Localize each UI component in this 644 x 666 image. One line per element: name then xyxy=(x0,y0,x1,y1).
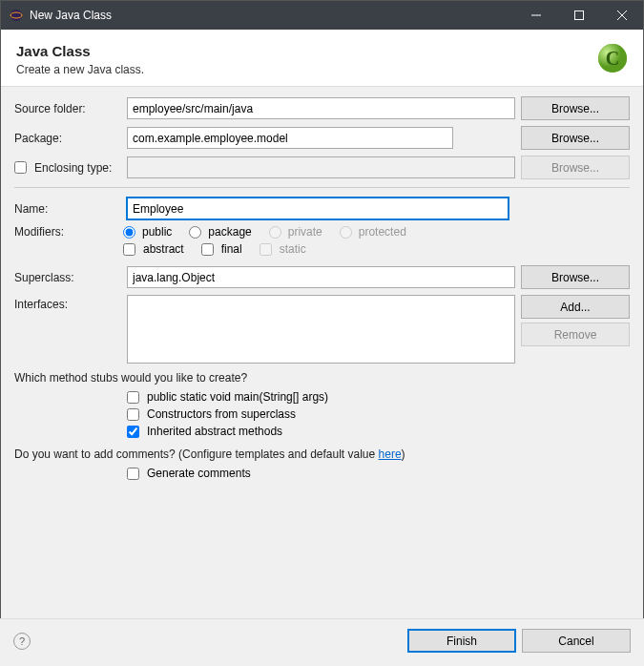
enclosing-type-label[interactable]: Enclosing type: xyxy=(14,161,121,175)
stub-constructors[interactable]: Constructors from superclass xyxy=(127,407,296,421)
class-icon: C xyxy=(595,41,630,75)
package-input[interactable] xyxy=(127,127,453,149)
modifier-private: private xyxy=(269,225,322,239)
cancel-button[interactable]: Cancel xyxy=(522,629,631,653)
superclass-input[interactable] xyxy=(127,266,515,288)
separator xyxy=(14,187,630,188)
dialog-header: Java Class Create a new Java class. C xyxy=(1,30,643,87)
enclosing-type-checkbox[interactable] xyxy=(14,161,27,174)
modifier-protected: protected xyxy=(340,225,406,239)
modifier-package[interactable]: package xyxy=(189,225,251,239)
source-folder-label: Source folder: xyxy=(14,102,121,115)
interfaces-label: Interfaces: xyxy=(14,295,121,364)
minimize-button[interactable] xyxy=(514,1,557,30)
generate-comments[interactable]: Generate comments xyxy=(127,467,251,480)
dialog-footer: ? Finish Cancel xyxy=(0,618,644,666)
comments-question: Do you want to add comments? (Configure … xyxy=(14,447,630,461)
stub-inherited[interactable]: Inherited abstract methods xyxy=(127,425,282,438)
eclipse-icon xyxy=(9,8,24,23)
svg-rect-3 xyxy=(574,11,583,20)
enclosing-type-browse-button: Browse... xyxy=(521,156,630,179)
source-folder-input[interactable] xyxy=(127,97,515,119)
package-label: Package: xyxy=(14,132,121,145)
finish-button[interactable]: Finish xyxy=(407,629,516,653)
titlebar: New Java Class xyxy=(1,1,643,30)
modifiers-label: Modifiers: xyxy=(14,225,121,239)
package-browse-button[interactable]: Browse... xyxy=(521,126,630,150)
stub-main[interactable]: public static void main(String[] args) xyxy=(127,390,328,404)
enclosing-type-input xyxy=(127,156,515,178)
modifier-static: static xyxy=(260,242,306,256)
interfaces-list[interactable] xyxy=(127,295,515,364)
svg-point-0 xyxy=(10,10,22,21)
help-icon[interactable]: ? xyxy=(13,633,31,650)
name-label: Name: xyxy=(14,202,121,216)
dialog-title: Java Class xyxy=(16,43,628,59)
dialog-content: Source folder: Browse... Package: Browse… xyxy=(1,87,643,650)
dialog-subtitle: Create a new Java class. xyxy=(16,63,628,76)
interfaces-add-button[interactable]: Add... xyxy=(521,295,630,319)
svg-text:C: C xyxy=(606,48,619,69)
stubs-question: Which method stubs would you like to cre… xyxy=(14,371,630,385)
close-button[interactable] xyxy=(600,1,643,30)
source-folder-browse-button[interactable]: Browse... xyxy=(521,96,630,120)
interfaces-remove-button: Remove xyxy=(521,323,630,346)
maximize-button[interactable] xyxy=(557,1,600,30)
modifier-final[interactable]: final xyxy=(201,242,242,256)
window-title: New Java Class xyxy=(30,9,514,22)
modifier-abstract[interactable]: abstract xyxy=(123,242,184,256)
configure-templates-link[interactable]: here xyxy=(379,447,402,461)
superclass-label: Superclass: xyxy=(14,271,121,284)
superclass-browse-button[interactable]: Browse... xyxy=(521,265,630,289)
modifier-public[interactable]: public xyxy=(123,225,172,239)
name-input[interactable] xyxy=(127,198,509,219)
